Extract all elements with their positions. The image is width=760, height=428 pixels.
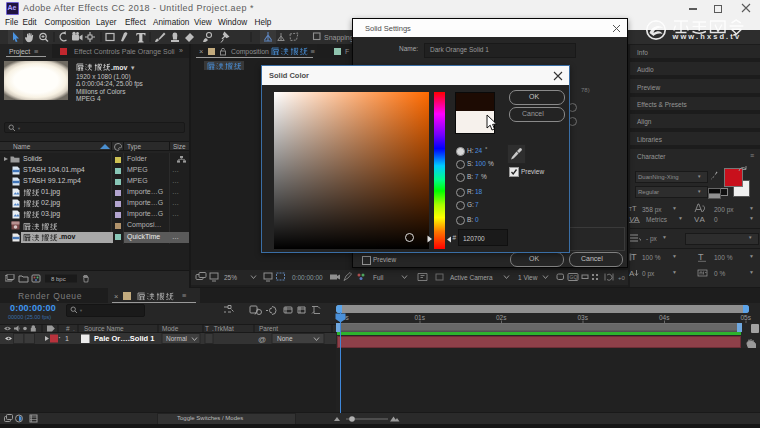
svg-text:0:00:00:00: 0:00:00:00 xyxy=(292,274,323,281)
svg-text:A: A xyxy=(629,269,635,278)
svg-text:.TrkMat: .TrkMat xyxy=(212,325,234,332)
svg-text:25%: 25% xyxy=(224,274,237,281)
svg-text:8 bpc: 8 bpc xyxy=(51,276,66,282)
svg-text:T: T xyxy=(698,252,704,262)
svg-text:Source Name: Source Name xyxy=(84,325,124,332)
svg-text:05s: 05s xyxy=(741,314,752,321)
svg-text:T: T xyxy=(205,325,209,332)
svg-text:02s: 02s xyxy=(496,314,507,321)
svg-text:Parent: Parent xyxy=(259,325,278,332)
svg-text:Active Camera: Active Camera xyxy=(450,274,493,281)
svg-text:T: T xyxy=(631,252,637,262)
svg-text:+0: +0 xyxy=(618,275,626,281)
svg-text:Pale Or….Solid 1: Pale Or….Solid 1 xyxy=(94,334,154,343)
svg-text:03s: 03s xyxy=(578,314,589,321)
svg-text:#: # xyxy=(66,325,70,332)
svg-text:1 View: 1 View xyxy=(518,274,538,281)
svg-text:www.hxsd.tv: www.hxsd.tv xyxy=(672,32,742,41)
svg-text:A: A xyxy=(634,214,640,223)
svg-text:None: None xyxy=(277,335,293,342)
svg-text:Mode: Mode xyxy=(162,325,179,332)
svg-text:GQ: GQ xyxy=(570,274,578,280)
svg-text:.: . xyxy=(73,325,75,332)
svg-text:Normal: Normal xyxy=(166,335,188,342)
svg-text:@: @ xyxy=(258,335,266,344)
svg-text:04s: 04s xyxy=(659,314,670,321)
svg-text:01s: 01s xyxy=(415,314,426,321)
svg-text:Snapping: Snapping xyxy=(324,34,354,42)
svg-text:Full: Full xyxy=(373,274,384,281)
svg-text:A: A xyxy=(700,214,706,223)
svg-text:1: 1 xyxy=(65,335,69,342)
